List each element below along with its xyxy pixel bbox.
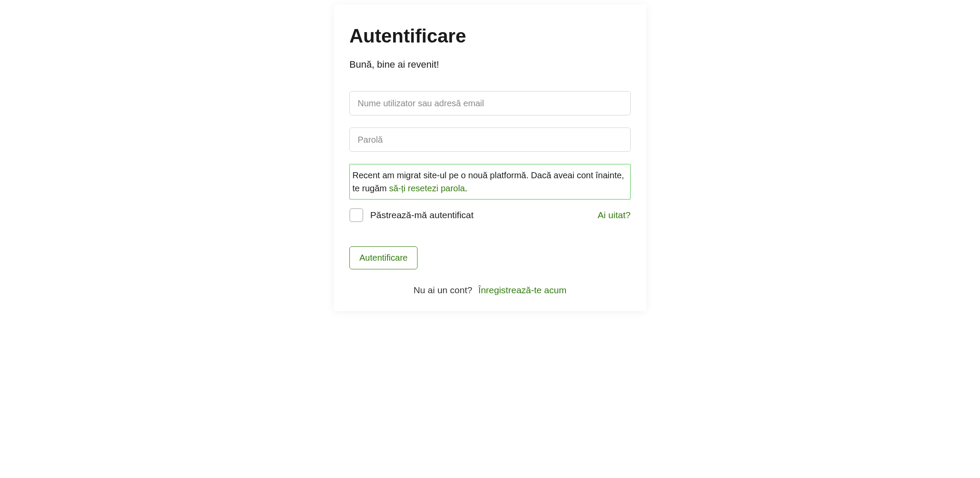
- migration-notice: Recent am migrat site-ul pe o nouă platf…: [349, 164, 631, 200]
- reset-password-link[interactable]: să-ți resetezi parola: [389, 183, 465, 193]
- password-input[interactable]: [349, 128, 631, 152]
- login-button[interactable]: Autentificare: [349, 246, 418, 269]
- remember-me-label: Păstrează-mă autentificat: [370, 210, 474, 220]
- notice-suffix: .: [465, 183, 467, 193]
- login-card: Autentificare Bună, bine ai revenit! Rec…: [334, 4, 646, 311]
- register-link[interactable]: Înregistrează-te acum: [478, 285, 566, 295]
- options-row: Păstrează-mă autentificat Ai uitat?: [349, 208, 631, 222]
- forgot-password-link[interactable]: Ai uitat?: [598, 210, 631, 220]
- page-title: Autentificare: [349, 25, 631, 47]
- remember-me-checkbox[interactable]: [349, 208, 363, 222]
- remember-me-wrap[interactable]: Păstrează-mă autentificat: [349, 208, 474, 222]
- welcome-subtitle: Bună, bine ai revenit!: [349, 59, 631, 70]
- username-input[interactable]: [349, 91, 631, 115]
- register-row: Nu ai un cont? Înregistrează-te acum: [349, 285, 631, 295]
- no-account-text: Nu ai un cont?: [414, 285, 472, 295]
